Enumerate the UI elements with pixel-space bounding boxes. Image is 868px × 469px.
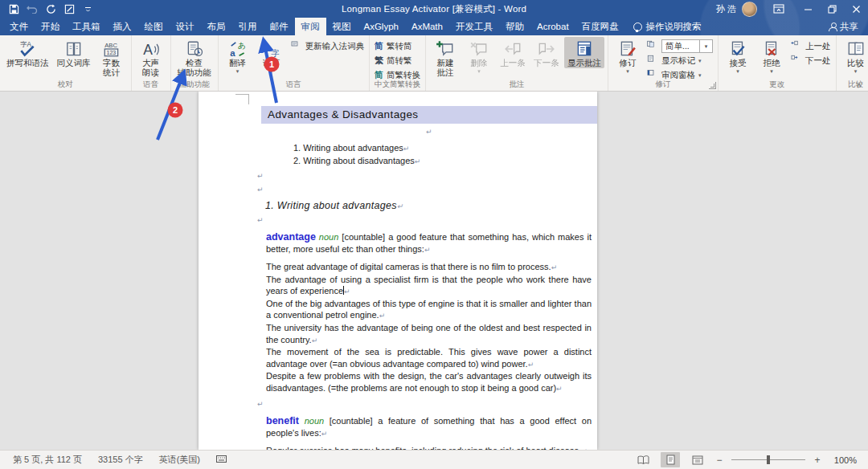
pilcrow-mark: ↵ <box>257 214 597 225</box>
definition-line: benefit noun [countable] a feature of so… <box>266 415 592 440</box>
button-label: 显示标记 <box>661 55 695 67</box>
tab-审阅[interactable]: 审阅 <box>295 18 326 35</box>
spelling-icon: 字A <box>18 39 37 59</box>
tab-AxMath[interactable]: AxMath <box>405 18 449 35</box>
user-avatar[interactable] <box>742 2 757 17</box>
zh-jian-button[interactable]: 简繁转简 <box>372 39 423 53</box>
ribbon-group-中文简繁转换: 简繁转简繁简转繁简简繁转换中文简繁转换 <box>370 35 426 91</box>
save-icon[interactable] <box>8 3 19 14</box>
compare-icon <box>846 39 866 59</box>
zoom-slider-thumb[interactable] <box>767 455 770 464</box>
previous-comment-button: 上一条 <box>497 37 529 68</box>
dropdown-caret-icon: ▾ <box>698 72 702 79</box>
read-mode-button[interactable] <box>633 452 653 467</box>
zoom-level[interactable]: 100% <box>829 455 857 465</box>
track-changes-button[interactable]: 修订▾ <box>612 37 644 74</box>
tab-绘图[interactable]: 绘图 <box>138 18 170 35</box>
tab-文件[interactable]: 文件 <box>3 18 35 35</box>
share-button[interactable]: 共享 <box>819 18 868 35</box>
share-person-icon <box>829 22 837 31</box>
display-review-button[interactable]: 简单...▾ <box>645 39 715 53</box>
tab-设计[interactable]: 设计 <box>170 18 201 35</box>
ribbon-group-更改: 接受▾拒绝▾上一处下一处更改 <box>719 35 837 91</box>
word-count-button[interactable]: ABC123字数 统计 <box>96 37 128 77</box>
zh-fan-button[interactable]: 繁简转繁 <box>372 54 423 67</box>
contents-list: 1. Writing about advantages↵2. Writing a… <box>293 142 597 167</box>
document-page[interactable]: Advantages & Disadvantages ↵ 1. Writing … <box>199 92 597 450</box>
read-aloud-button[interactable]: A大声 朗读 <box>135 37 167 77</box>
previous-change-button[interactable]: 上一处 <box>788 39 833 53</box>
page-indicator[interactable]: 第 5 页, 共 112 页 <box>13 454 82 466</box>
ribbon-group-批注: 新建 批注删除▾上一条下一条显示批注批注 <box>426 35 608 91</box>
compare-button[interactable]: 比较▾ <box>840 37 868 74</box>
tab-工具箱[interactable]: 工具箱 <box>66 18 107 35</box>
tab-插入[interactable]: 插入 <box>107 18 138 35</box>
web-layout-button[interactable] <box>688 452 707 467</box>
word-count-indicator[interactable]: 33155 个字 <box>98 454 143 466</box>
zoom-out-button[interactable]: − <box>715 455 723 466</box>
close-button[interactable] <box>844 0 868 18</box>
track-changes-icon <box>618 39 637 59</box>
dropdown-caret-icon: ▾ <box>736 69 739 74</box>
account-user-name[interactable]: 孙 浩 <box>716 3 736 15</box>
tab-布局[interactable]: 布局 <box>201 18 232 35</box>
read-aloud-icon: A <box>141 39 161 59</box>
share-label: 共享 <box>840 21 858 33</box>
pilcrow-mark: ↵ <box>426 125 597 137</box>
tab-AxGlyph[interactable]: AxGlyph <box>358 18 405 35</box>
next-change-button[interactable]: 下一处 <box>788 54 833 67</box>
zoom-in-button[interactable]: + <box>813 455 821 466</box>
update-dictionary-icon <box>291 40 302 53</box>
tab-开始[interactable]: 开始 <box>35 18 66 35</box>
tab-视图[interactable]: 视图 <box>326 18 358 35</box>
tab-开发工具[interactable]: 开发工具 <box>449 18 499 35</box>
minimize-button[interactable] <box>796 0 820 18</box>
tell-me-search[interactable]: 操作说明搜索 <box>625 18 710 35</box>
tab-Acrobat[interactable]: Acrobat <box>530 18 575 35</box>
dropdown-caret-icon: ▾ <box>770 69 773 74</box>
accessibility-button[interactable]: 检查 辅助功能 <box>174 37 215 77</box>
button-label: 检查 辅助功能 <box>178 59 211 77</box>
accessibility-icon <box>185 39 204 59</box>
example-sentence: Despite a few problems with the design, … <box>266 370 592 394</box>
dictionary-entry-benefit: ↵benefit noun [countable] a feature of s… <box>199 398 597 450</box>
language-button[interactable]: A字语言▾ <box>256 37 288 74</box>
contents-item: 2. Writing about disadvantages↵ <box>293 155 597 168</box>
zoom-slider[interactable] <box>731 459 805 461</box>
translate-button[interactable]: あa翻译▾ <box>222 37 254 74</box>
dialog-launcher-icon[interactable] <box>709 82 716 89</box>
show-markup-button[interactable]: 显示标记▾ <box>645 54 715 67</box>
print-layout-button[interactable] <box>661 452 680 467</box>
thesaurus-button[interactable]: 同义词库 <box>54 37 94 68</box>
language-indicator[interactable]: 英语(美国) <box>159 454 200 466</box>
show-comments-button[interactable]: 显示批注 <box>564 37 604 68</box>
input-keyboard-icon[interactable] <box>216 455 227 465</box>
example-sentence: One of the big advantages of this type o… <box>266 298 592 322</box>
spelling-button[interactable]: 字A拼写和语法 <box>3 37 52 68</box>
chevron-down-icon[interactable]: ▾ <box>699 40 712 52</box>
collapse-ribbon-button[interactable]: ∧ <box>856 81 862 89</box>
tab-百度网盘[interactable]: 百度网盘 <box>575 18 625 35</box>
new-comment-icon <box>436 39 455 59</box>
ribbon-review-tab-content: 字A拼写和语法同义词库ABC123字数 统计校对A大声 朗读语音检查 辅助功能辅… <box>0 35 868 92</box>
new-comment-button[interactable]: 新建 批注 <box>429 37 461 77</box>
tab-引用[interactable]: 引用 <box>232 18 264 35</box>
part-of-speech: noun <box>319 232 338 242</box>
display-for-review-combobox[interactable]: 简单...▾ <box>661 39 713 53</box>
accept-button[interactable]: 接受▾ <box>722 37 754 74</box>
touch-mode-icon[interactable] <box>63 3 75 14</box>
contents-item: 1. Writing about advantages↵ <box>293 142 597 155</box>
customize-qat-icon[interactable] <box>82 3 93 14</box>
redo-icon[interactable] <box>45 3 56 14</box>
restore-button[interactable] <box>820 0 844 18</box>
pilcrow-mark: ↵ <box>257 183 597 194</box>
tab-邮件[interactable]: 邮件 <box>264 18 295 35</box>
update-dictionary-button[interactable]: 更新输入法词典 <box>289 39 367 53</box>
example-sentence: The university has the advantage of bein… <box>266 322 592 346</box>
ribbon-display-options-icon[interactable] <box>767 0 791 18</box>
button-stack: 上一处下一处 <box>788 37 833 67</box>
group-label: 校对 <box>0 80 131 90</box>
group-label: 批注 <box>426 80 608 90</box>
tab-帮助[interactable]: 帮助 <box>499 18 530 35</box>
reject-button[interactable]: 拒绝▾ <box>755 37 788 74</box>
